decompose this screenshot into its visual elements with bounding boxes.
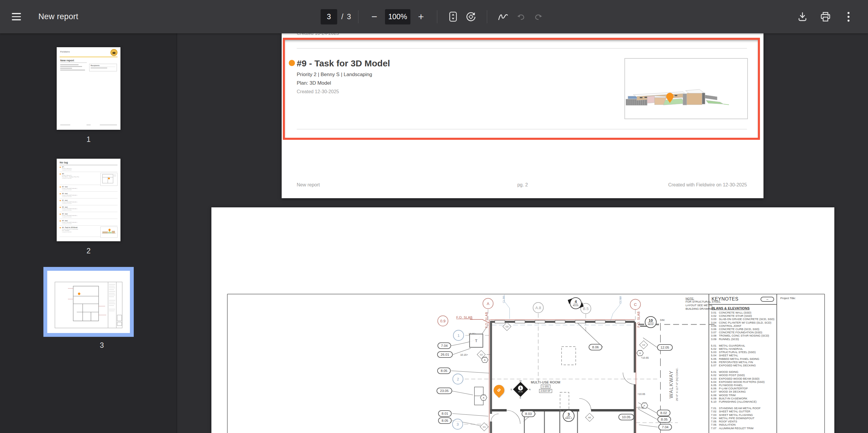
thumbnail-label-3[interactable]: 3 <box>70 341 134 349</box>
more-options-icon[interactable] <box>841 9 856 25</box>
plan-annotation-tag: 7.04 <box>438 342 451 349</box>
plan-annotation-rtext: F.O. SLAB <box>457 315 473 319</box>
thumbnail-sidebar: Fieldwire New report Recipients 1 No tag… <box>0 33 177 433</box>
plan-annotation-gcircle: C <box>630 299 641 310</box>
plan-annotation-dia: C2 <box>639 340 648 349</box>
previous-task-created: Created 10-24-2023 <box>297 33 339 36</box>
plan-annotation-gcircle: 2 <box>453 374 464 385</box>
mini-task-row: #2 - testPriority 2 | Benedikt Fasbender… <box>60 185 118 192</box>
plan-annotation-tag: 8.05 <box>438 418 452 424</box>
plan-annotation-bubble: 3A501-1 <box>563 410 575 422</box>
plan-annotation-tbox: T <box>469 334 483 348</box>
plan-annotation-bubble: 4A3.01 <box>570 297 582 309</box>
plan-annotation-tag: 7.04 <box>658 424 672 430</box>
task-plan: Plan: 3D Model <box>297 80 331 86</box>
plan-annotation-compass: 1A6.01WNES <box>514 383 527 396</box>
mini-task-row: #1 - testPriority 2 | Benedikt Fasbender… <box>60 199 118 205</box>
plan-annotation-hexa: A <box>480 395 487 401</box>
mini-task-row: #3 - testPriority 2 | Benedikt Fasbender… <box>60 205 118 212</box>
fit-to-page-icon[interactable] <box>445 9 461 25</box>
plan-annotation-hexa: G <box>637 350 644 356</box>
plan-annotation-btext: CL B0 <box>619 296 622 304</box>
rotate-counterclockwise-icon[interactable] <box>463 9 478 25</box>
toolbar-divider <box>437 10 437 23</box>
undo-icon[interactable] <box>513 9 528 25</box>
thumbnail-label-1[interactable]: 1 <box>57 135 120 144</box>
task-priority-dot <box>289 60 295 66</box>
page-number-input[interactable] <box>321 9 337 25</box>
plan-annotation-tag: 8.05 <box>437 368 451 374</box>
mini-floor-plan <box>100 173 118 186</box>
mini-task-row: #7 -Priority 2 | Benny S | -Created 12-3… <box>60 165 118 172</box>
print-icon[interactable] <box>818 9 833 25</box>
mini-recipients-box: Recipients <box>89 64 117 71</box>
footer-created-with: Created with Fieldwire on 12-30-2025 <box>668 182 747 188</box>
plan-annotation-stext: SIM. <box>660 319 665 322</box>
task-meta: Priority 2 | Benny S | Landscaping <box>297 72 372 77</box>
plan-annotation-bubble: 10A8.02 <box>645 316 657 328</box>
plan-annotation-room: MULTI-USE ROOM1-1012,510 SF <box>531 380 560 393</box>
zoom-out-button[interactable]: − <box>367 9 382 25</box>
plan-annotation-rtext: F.O. SLAB <box>485 312 488 328</box>
mini-notag-header: No tag <box>60 161 118 165</box>
zoom-in-button[interactable]: + <box>413 9 429 25</box>
plan-annotation-tag: 10.05 <box>619 414 634 420</box>
pdf-page-3: KEYNOTES – PLANS & ELEVATIONS 3.01CONCRE… <box>211 207 834 433</box>
plan-annotation-gcircle: A.8 <box>533 302 544 313</box>
mini-floor-plan-drawing <box>47 271 130 333</box>
plan-annotation-stext: +10.65 <box>636 406 644 409</box>
plan-annotation-tag: 12.05 <box>657 344 673 351</box>
plan-annotation-dia: C1 <box>480 422 489 431</box>
mini-3d-model <box>100 227 118 238</box>
mini-task-list: #7 -Priority 2 | Benny S | -Created 12-3… <box>60 165 118 237</box>
plan-annotation-rtext: F.O. SLAB <box>637 311 640 328</box>
pdf-toolbar: New report / 3 − 100% + <box>0 0 868 33</box>
mini-plan-page <box>47 271 130 333</box>
toolbar-divider <box>358 10 359 23</box>
task-separator <box>297 48 747 49</box>
plan-annotation-gcircle: 1 <box>453 330 464 341</box>
plan-annotation-note: NOTE:FOR STRUCTURAL STEEL LAYOUT SEE MET… <box>686 297 733 310</box>
mini-task-row: #8 -Priority 2 | Benny S | -Plan: A2.01-… <box>60 172 118 185</box>
pdf-viewer-canvas: Created 10-24-2023 #9 - Task for 3D Mode… <box>178 33 868 433</box>
thumbnail-page-2[interactable]: No tag #7 -Priority 2 | Benny S | -Creat… <box>57 159 120 241</box>
mini-report-title: New report <box>60 59 87 63</box>
redo-icon[interactable] <box>531 9 546 25</box>
mini-task-row: #4 - testPriority 2 | Benedikt Fasbender… <box>60 219 118 226</box>
plan-annotation-gcircle: A <box>483 298 494 309</box>
toolbar-right <box>794 0 857 33</box>
plan-annotation-dia: C3 <box>502 322 512 331</box>
plan-annotation-stext: +10.65 <box>638 393 645 396</box>
plan-annotation-gcircle: 3 <box>452 419 463 430</box>
plan-annotation-gcircle: 0.9 <box>438 315 448 327</box>
mini-brand: Fieldwire <box>60 51 70 53</box>
plan-annotation-tag: 26.01 <box>437 351 453 358</box>
plan-annotation-walkway: WALKWAY25'-0" X 117'-0" (N) CONC. <box>669 368 678 401</box>
zoom-level[interactable]: 100% <box>385 9 410 25</box>
toolbar-center: / 3 − 100% + <box>321 0 547 33</box>
page-footer: New report pg. 2 Created with Fieldwire … <box>282 182 764 188</box>
plan-annotation-pin[interactable]: 8 <box>494 385 504 396</box>
page-separator: / <box>341 12 343 21</box>
plan-annotation-dia: A2 <box>585 413 594 422</box>
plan-annotation-tag: 8.05 <box>657 416 671 423</box>
plan-annotation-tag: 8.06 <box>589 344 602 351</box>
thumbnail-page-3[interactable] <box>43 267 134 337</box>
plan-annotation-tag: 23.05 <box>437 388 452 394</box>
toolbar-divider <box>487 10 487 23</box>
menu-icon[interactable] <box>12 10 26 24</box>
mini-task-row: #5 - testPriority 2 | Benedikt Fasbender… <box>60 212 118 219</box>
thumbnail-label-2[interactable]: 2 <box>57 246 120 255</box>
document-title: New report <box>38 12 78 21</box>
pdf-page-2: Created 10-24-2023 #9 - Task for 3D Mode… <box>282 33 764 198</box>
mini-rule <box>60 57 118 57</box>
task-title: #9 - Task for 3D Model <box>297 58 390 68</box>
task-3d-model-thumbnail <box>624 58 748 119</box>
mini-task-row: #6 - testPriority 2 | Benedikt Fasbender… <box>60 192 118 199</box>
thumbnail-page-1[interactable]: Fieldwire New report Recipients <box>57 47 120 130</box>
download-icon[interactable] <box>795 9 810 25</box>
task-created: Created 12-30-2025 <box>297 89 339 94</box>
annotate-icon[interactable] <box>495 9 511 25</box>
task-separator <box>297 129 747 130</box>
page-total: 3 <box>347 12 351 21</box>
